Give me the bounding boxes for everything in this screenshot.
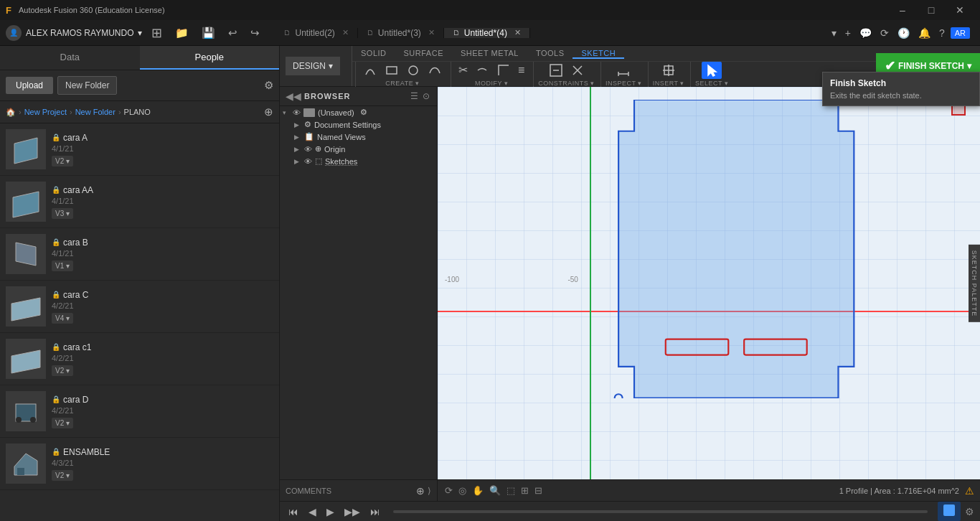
toolbar-tab-sheetmetal[interactable]: SHEET METAL [452,49,527,59]
constraint2-icon[interactable] [567,62,588,79]
fillet-icon[interactable] [494,62,514,79]
list-item[interactable]: 🔒 cara C 4/2/21 V4 ▾ [0,281,279,333]
breadcrumb-settings-icon[interactable]: ⊕ [264,105,273,118]
list-item[interactable]: 🔒 cara B 4/1/21 V1 ▾ [0,228,279,281]
playback-next-icon[interactable]: ▶▶ [341,504,363,519]
design-button[interactable]: DESIGN ▾ [286,57,340,75]
breadcrumb-project[interactable]: New Project [24,108,67,116]
visibility-icon[interactable]: 👁 [304,157,312,166]
zoom-fit-icon[interactable]: ⬚ [505,484,517,497]
browser-item-named-views[interactable]: ▶ 📋 Named Views [280,131,437,143]
browser-menu-icon[interactable]: ☰ [409,90,420,103]
new-folder-button[interactable]: New Folder [57,76,117,95]
circle-arc-icon[interactable] [403,62,423,79]
toolbar-tab-surface[interactable]: SURFACE [395,49,452,59]
notifications-icon[interactable]: 🔔 [915,24,933,42]
tab-untitled4[interactable]: 🗋 Untitled*(4) ✕ [444,28,530,38]
insert-icon[interactable] [659,62,679,79]
tab-close[interactable]: ✕ [342,28,349,37]
toolbar-tab-solid[interactable]: SOLID [352,49,395,59]
constraint1-icon[interactable] [546,62,566,79]
add-comment-icon[interactable]: ⊕ [416,485,425,497]
browser-item-origin[interactable]: ▶ 👁 ⊕ Origin [280,143,437,155]
tab-close[interactable]: ✕ [514,28,521,37]
timeline-bar[interactable] [393,510,928,513]
browser-collapse-icon[interactable]: ◀◀ [286,90,301,102]
sidebar-tab-data[interactable]: Data [0,46,140,70]
equal-icon[interactable]: ≡ [515,62,527,78]
list-item[interactable]: 🔒 cara D 4/2/21 V2 ▾ [0,385,279,438]
list-item[interactable]: 🔒 cara AA 4/1/21 V3 ▾ [0,176,279,228]
orbit-icon[interactable]: ◎ [457,484,468,497]
settings-gear-icon[interactable]: ⚙ [965,506,974,517]
tab-close[interactable]: ✕ [428,28,435,37]
list-item[interactable]: 🔒 cara A 4/1/21 V2 ▾ [0,123,279,176]
navigate-icon[interactable]: ⟳ [443,484,454,497]
breadcrumb-folder[interactable]: New Folder [75,108,116,116]
file-version[interactable]: V2 ▾ [52,470,73,481]
help-icon[interactable]: ? [936,24,948,42]
browser-item-sketches[interactable]: ▶ 👁 ⬚ Sketches [280,155,437,167]
settings-icon[interactable]: ⚙ [264,79,273,92]
browser-item-root[interactable]: ▾ 👁 (Unsaved) ⚙ [280,106,437,118]
pan-icon[interactable]: ✋ [471,484,485,497]
redo-icon[interactable]: ↪ [247,25,263,41]
file-version[interactable]: V2 ▾ [52,418,73,428]
file-version[interactable]: V4 ▾ [52,313,73,324]
upload-button[interactable]: Upload [6,77,53,94]
file-thumbnail [6,182,46,222]
sync-icon[interactable]: ⟳ [877,24,892,42]
dimension-icon[interactable] [613,62,633,79]
display-mode-icon[interactable]: ⊟ [533,484,544,497]
breadcrumb-home[interactable]: 🏠 [6,108,16,117]
tab-untitled3[interactable]: 🗋 Untitled*(3) ✕ [358,28,444,38]
close-button[interactable]: ✕ [946,0,974,20]
browser-item-doc-settings[interactable]: ▶ ⚙ Document Settings [280,118,437,131]
select-icon[interactable] [702,62,722,79]
trim-icon[interactable]: ✂ [456,62,471,78]
tab-dropdown-icon[interactable]: ▾ [829,24,839,42]
user-info[interactable]: 👤 ALEX RAMOS RAYMUNDO ▾ [6,25,142,41]
rect-tool-icon[interactable] [382,62,402,79]
spline-icon[interactable] [425,62,445,79]
list-item[interactable]: 🔒 ENSAMBLE 4/3/21 V2 ▾ [0,438,279,490]
file-version[interactable]: V2 ▾ [52,365,73,376]
visibility-icon[interactable]: 👁 [293,108,301,117]
axis-label-minus100: -100 [445,276,459,283]
apps-icon[interactable]: ⊞ [148,24,166,42]
toolbar-tab-tools[interactable]: TOOLS [527,49,573,59]
sidebar-tab-people[interactable]: People [140,46,280,70]
playback-first-icon[interactable]: ⏮ [286,504,301,519]
status-text: 1 Profile | Area : 1.716E+04 mm^2 [839,487,959,495]
file-version[interactable]: V3 ▾ [52,208,73,219]
playback-play-icon[interactable]: ▶ [324,504,337,519]
canvas[interactable]: -100 -50 SKETCH PALETTE [438,87,980,479]
sketch-palette-tab[interactable]: SKETCH PALETTE [969,244,980,321]
extend-icon[interactable] [472,62,492,79]
minimize-button[interactable]: – [888,0,917,20]
maximize-button[interactable]: □ [917,0,946,20]
toolbar-tab-sketch[interactable]: SKETCH [573,49,624,59]
history-icon[interactable]: 🕐 [895,24,913,42]
arc-tool-icon[interactable] [360,62,380,79]
zoom-icon[interactable]: 🔍 [488,484,502,497]
new-tab-icon[interactable]: + [842,24,854,42]
visibility-icon[interactable]: 👁 [304,145,312,154]
playback-last-icon[interactable]: ⏭ [367,504,383,519]
browser-item-label: Named Views [317,133,366,141]
undo-icon[interactable]: ↩ [225,25,241,41]
comments-collapse-icon[interactable]: ⟩ [428,486,431,496]
save-icon[interactable]: 💾 [198,25,219,41]
file-name: 🔒 ENSAMBLE [52,447,273,457]
settings-small-icon[interactable]: ⚙ [360,108,367,117]
chat-icon[interactable]: 💬 [857,24,875,42]
file-version[interactable]: V2 ▾ [52,156,73,166]
browser-options-icon[interactable]: ⊙ [421,90,431,103]
file-version[interactable]: V1 ▾ [52,260,73,271]
open-icon[interactable]: 📁 [171,25,192,41]
display-grid-icon[interactable]: ⊞ [519,484,530,497]
playback-prev-icon[interactable]: ◀ [306,504,319,519]
list-item[interactable]: 🔒 cara c1 4/2/21 V2 ▾ [0,333,279,385]
tab-untitled2[interactable]: 🗋 Untitled(2) ✕ [275,28,357,38]
file-info: 🔒 cara c1 4/2/21 V2 ▾ [52,342,273,376]
